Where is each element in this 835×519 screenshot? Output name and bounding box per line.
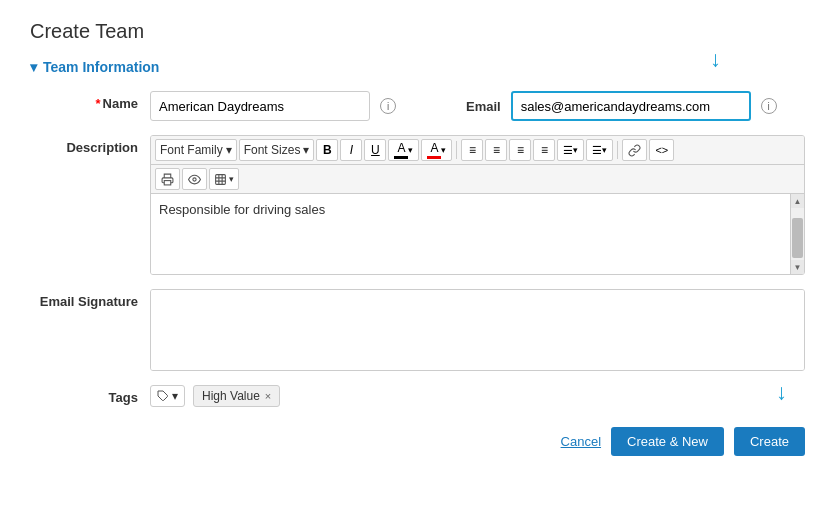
editor-toolbar-row1: Font Family ▾ Font Sizes ▾ B I U A ▾ A <box>151 136 804 165</box>
cancel-button[interactable]: Cancel <box>561 434 601 449</box>
scrollbar-track <box>791 208 804 260</box>
description-editor: Font Family ▾ Font Sizes ▾ B I U A ▾ A <box>150 135 805 275</box>
email-input[interactable] <box>511 91 751 121</box>
name-control-group: i Email ↑ i <box>150 91 805 121</box>
tags-control-group: ▾ High Value × <box>150 385 280 407</box>
svg-rect-0 <box>164 180 171 184</box>
list-indent-button[interactable]: ☰▾ <box>586 139 613 161</box>
table-button[interactable]: ▾ <box>209 168 239 190</box>
email-label: Email <box>466 99 501 114</box>
font-color-button[interactable]: A ▾ <box>388 139 419 161</box>
name-input[interactable] <box>150 91 370 121</box>
source-button[interactable]: <> <box>649 139 674 161</box>
section-team-information[interactable]: ▾ Team Information <box>30 59 805 75</box>
tags-label: Tags <box>30 385 150 405</box>
tags-row: Tags ▾ High Value × <box>30 385 805 407</box>
section-label: Team Information <box>43 59 159 75</box>
editor-main: Responsible for driving sales <box>151 194 790 274</box>
align-right-button[interactable]: ≡ <box>509 139 531 161</box>
font-family-chevron: ▾ <box>226 143 232 157</box>
create-button[interactable]: Create <box>734 427 805 456</box>
tag-high-value: High Value × <box>193 385 280 407</box>
highlight-button[interactable]: A ▾ <box>421 139 452 161</box>
create-new-button[interactable]: Create & New <box>611 427 724 456</box>
editor-content[interactable]: Responsible for driving sales <box>151 194 790 274</box>
email-signature-editor <box>150 289 805 371</box>
email-signature-row: Email Signature <box>30 289 805 371</box>
tag-remove-button[interactable]: × <box>265 390 271 402</box>
print-button[interactable] <box>155 168 180 190</box>
toolbar-sep2 <box>617 141 618 159</box>
editor-scrollbar[interactable]: ▲ ▼ <box>790 194 804 274</box>
description-row: Description Font Family ▾ Font Sizes ▾ B… <box>30 135 805 275</box>
tags-add-chevron: ▾ <box>172 389 178 403</box>
toolbar-sep1 <box>456 141 457 159</box>
email-signature-label: Email Signature <box>30 289 150 309</box>
page-title: Create Team <box>30 20 805 43</box>
editor-wrapper: Responsible for driving sales ▲ ▼ <box>151 194 804 274</box>
email-signature-content[interactable] <box>151 290 804 370</box>
italic-button[interactable]: I <box>340 139 362 161</box>
align-justify-button[interactable]: ≡ <box>533 139 555 161</box>
svg-rect-2 <box>216 174 226 184</box>
font-sizes-select[interactable]: Font Sizes ▾ <box>239 139 315 161</box>
scrollbar-thumb <box>792 218 803 258</box>
tag-label: High Value <box>202 389 260 403</box>
chevron-down-icon: ▾ <box>30 59 37 75</box>
footer: ↑ Cancel Create & New Create <box>30 427 805 456</box>
underline-button[interactable]: U <box>364 139 386 161</box>
font-sizes-chevron: ▾ <box>303 143 309 157</box>
align-left-button[interactable]: ≡ <box>461 139 483 161</box>
svg-point-1 <box>193 177 196 180</box>
preview-button[interactable] <box>182 168 207 190</box>
name-label: *Name <box>30 91 150 111</box>
editor-toolbar-row2: ▾ <box>151 165 804 194</box>
name-row: *Name i Email ↑ i <box>30 91 805 121</box>
list-bullet-button[interactable]: ☰▾ <box>557 139 584 161</box>
tags-add-button[interactable]: ▾ <box>150 385 185 407</box>
link-button[interactable] <box>622 139 647 161</box>
required-marker: * <box>96 96 101 111</box>
description-label: Description <box>30 135 150 155</box>
font-family-select[interactable]: Font Family ▾ <box>155 139 237 161</box>
align-center-button[interactable]: ≡ <box>485 139 507 161</box>
create-arrow-indicator: ↑ <box>776 382 787 408</box>
email-info-icon[interactable]: i <box>761 98 777 114</box>
scrollbar-up[interactable]: ▲ <box>791 194 805 208</box>
bold-button[interactable]: B <box>316 139 338 161</box>
email-arrow-indicator: ↑ <box>710 49 721 75</box>
scrollbar-down[interactable]: ▼ <box>791 260 805 274</box>
name-info-icon[interactable]: i <box>380 98 396 114</box>
